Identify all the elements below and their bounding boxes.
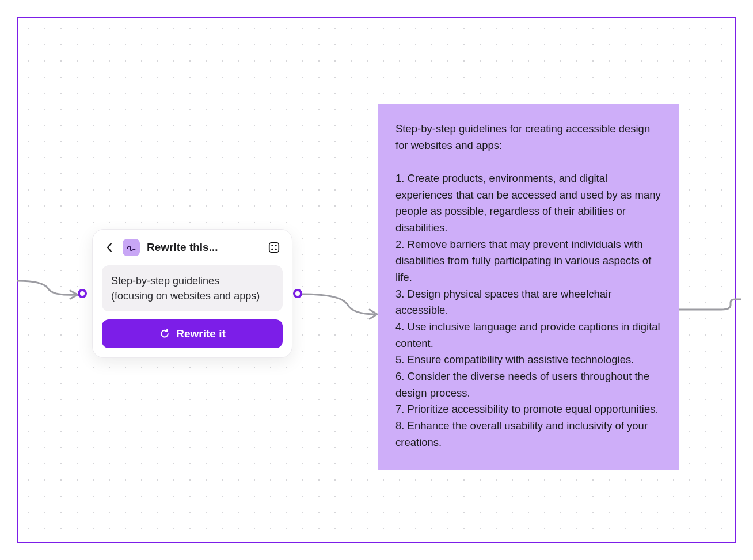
rewrite-button[interactable]: Rewrite it [102,319,283,348]
back-button[interactable] [103,241,116,254]
scribble-icon [123,239,140,256]
node-input-port[interactable] [78,289,87,298]
canvas-frame[interactable]: Rewrite this... Step-by-step guidelines … [17,17,736,543]
card-header: Rewrite this... [102,239,283,256]
node-output-port[interactable] [293,289,302,298]
chevron-left-icon [107,243,112,252]
randomize-dice-icon [268,241,280,254]
svg-point-5 [275,249,277,250]
rewrite-card[interactable]: Rewrite this... Step-by-step guidelines … [92,229,292,358]
svg-point-0 [127,248,128,249]
connector-left [17,273,82,302]
output-note[interactable]: Step-by-step guidelines for creating acc… [378,104,679,470]
svg-rect-1 [269,243,279,253]
svg-point-2 [271,245,273,246]
prompt-input[interactable]: Step-by-step guidelines (focusing on web… [102,265,283,311]
randomize-button[interactable] [267,240,282,255]
svg-point-3 [275,245,277,246]
rewrite-button-label: Rewrite it [176,327,226,340]
svg-point-4 [271,249,273,250]
connector-right [678,295,741,318]
card-title: Rewrite this... [147,241,260,254]
connector-mid [302,277,388,323]
refresh-icon [159,328,170,340]
